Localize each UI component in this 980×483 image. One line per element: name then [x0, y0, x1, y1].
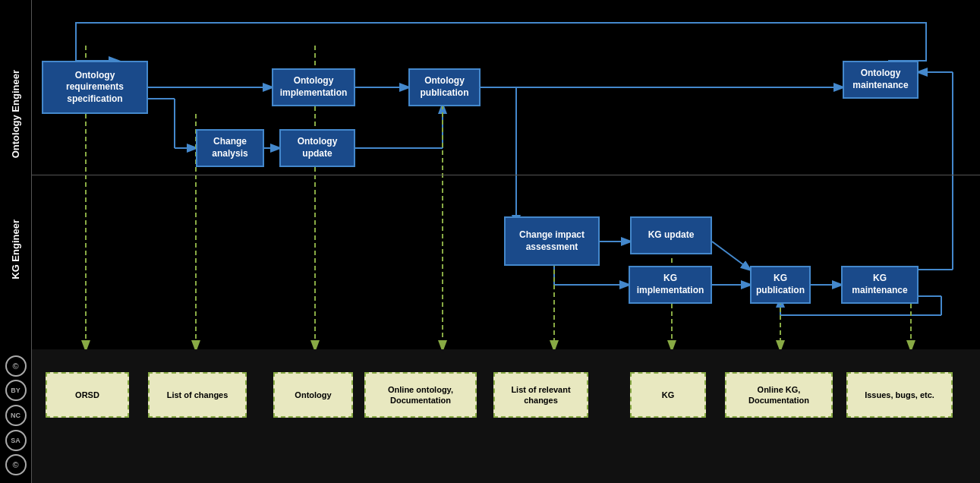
change-analysis-box: Change analysis [196, 129, 264, 167]
kg-engineer-label: KG Engineer [10, 219, 21, 279]
ontology-requirements-box: Ontology requirements specification [42, 61, 148, 114]
svg-line-15 [712, 242, 750, 270]
list-of-relevant-changes-artifact-box: List of relevant changes [493, 372, 588, 418]
lane-labels: Ontology Engineer KG Engineer [0, 0, 32, 349]
cc-icon-sa: SA [5, 430, 27, 451]
ontology-maintenance-box: Ontology maintenance [843, 61, 919, 99]
cc-icon-by: BY [5, 380, 27, 401]
ontology-artifact-box: Ontology [273, 372, 353, 418]
kg-publication-box: KG publication [750, 266, 811, 304]
cc-icon-c: © [5, 454, 27, 475]
lane-divider [32, 175, 980, 175]
ontology-engineer-label: Ontology Engineer [10, 70, 21, 158]
kg-artifact-box: KG [630, 372, 706, 418]
kg-implementation-box: KG implementation [629, 266, 712, 304]
list-of-changes-artifact-box: List of changes [148, 372, 247, 418]
orsd-artifact-box: ORSD [46, 372, 129, 418]
kg-maintenance-box: KG maintenance [841, 266, 919, 304]
change-impact-assessment-box: Change impact assessment [504, 216, 600, 266]
cc-icon-nc: NC [5, 405, 27, 426]
artifacts-background [0, 349, 980, 483]
diagram-container: Ontology Engineer KG Engineer Ontology r… [0, 0, 980, 483]
cc-icon-copyright: © [5, 355, 27, 377]
ontology-update-box: Ontology update [279, 129, 355, 167]
online-kg-documentation-artifact-box: Online KG, Documentation [725, 372, 833, 418]
issues-bugs-artifact-box: Issues, bugs, etc. [846, 372, 953, 418]
cc-icons-column: © BY NC SA © [0, 349, 32, 483]
online-ontology-documentation-artifact-box: Online ontology, Documentation [364, 372, 477, 418]
ontology-publication-box: Ontology publication [408, 68, 481, 106]
kg-update-box: KG update [630, 216, 712, 254]
ontology-implementation-box: Ontology implementation [272, 68, 355, 106]
